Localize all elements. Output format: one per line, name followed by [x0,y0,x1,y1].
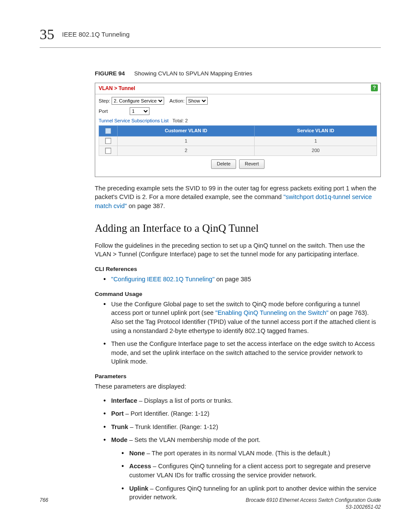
param-name: None [129,450,145,457]
list-item: Trunk – Trunk Identifier. (Range: 1-12) [103,423,381,432]
param-name: Trunk [111,423,128,430]
running-header: 35 IEEE 802.1Q Tunneling [40,24,381,48]
cell-svid: 1 [255,136,377,146]
help-icon[interactable]: ? [371,84,378,91]
action-label: Action: [169,98,184,103]
list-item: Then use the Configure Interface page to… [103,339,381,366]
cell-cvid: 2 [118,146,255,156]
port-select[interactable]: 1 [130,107,149,115]
vlan-tunnel-panel: VLAN > Tunnel ? Step: 2. Configure Servi… [95,83,381,177]
checkbox-icon [105,128,111,134]
list-item: Port – Port Identifier. (Range: 1-12) [103,409,381,418]
row-checkbox[interactable] [105,148,111,154]
body-paragraph: The preceding example sets the SVID to 9… [95,184,381,211]
param-name: Mode [111,436,128,443]
step-label: Step: [99,98,110,103]
figure-label: FIGURE 94 [95,70,125,77]
section-intro: Follow the guidelines in the preceding s… [95,241,381,259]
revert-button[interactable]: Revert [239,159,264,169]
param-desc: – Displays a list of ports or trunks. [137,397,233,404]
col-cvid: Customer VLAN ID [118,126,255,137]
panel-body: Step: 2. Configure Service Action: Show … [95,94,380,176]
action-select[interactable]: Show [186,97,208,105]
doc-id: 53-1002651-02 [246,504,381,510]
param-name: Access [129,463,151,470]
cli-ref-link[interactable]: "Configuring IEEE 802.1Q Tunneling" [111,276,215,283]
doc-title: Brocade 6910 Ethernet Access Switch Conf… [246,497,381,504]
param-desc: – Configures QinQ tunneling for a client… [129,463,371,479]
list-item: Mode – Sets the VLAN membership mode of … [103,436,381,501]
figure-caption: FIGURE 94 Showing CVLAN to SPVLAN Mappin… [95,69,381,78]
subscriptions-table: Customer VLAN ID Service VLAN ID 1 1 2 [99,125,377,156]
param-name: Port [111,410,124,417]
cli-references-heading: CLI References [95,265,381,273]
cell-svid: 200 [255,146,377,156]
page-number: 766 [40,497,48,504]
chapter-number: 35 [40,24,54,45]
parameters-intro: These parameters are displayed: [95,382,381,391]
col-select-all[interactable] [99,126,118,137]
delete-button[interactable]: Delete [211,159,236,169]
cell-cvid: 1 [118,136,255,146]
param-desc: – Port Identifier. (Range: 1-12) [124,410,209,417]
list-total: Total: 2 [172,118,187,123]
param-desc: – The port operates in its normal VLAN m… [145,450,330,457]
list-item: None – The port operates in its normal V… [121,449,381,458]
text-run: on page 385 [215,276,251,283]
param-name: Interface [111,397,137,404]
figure-caption-text: Showing CVLAN to SPVLAN Mapping Entries [134,70,252,77]
param-desc: – Sets the VLAN membership mode of the p… [128,436,261,443]
list-label: Tunnel Service Subscriptions List [99,118,168,123]
command-usage-heading: Command Usage [95,290,381,298]
list-item: Use the Configure Global page to set the… [103,300,381,335]
list-item: Interface – Displays a list of ports or … [103,396,381,405]
section-heading: Adding an Interface to a QinQ Tunnel [95,221,381,236]
panel-breadcrumb: VLAN > Tunnel [99,85,135,91]
row-checkbox[interactable] [105,138,111,144]
col-svid: Service VLAN ID [255,126,377,137]
page-footer: 766 Brocade 6910 Ethernet Access Switch … [40,497,381,510]
port-label: Port [99,109,108,114]
param-desc: – Trunk Identifier. (Range: 1-12) [128,423,218,430]
step-select[interactable]: 2. Configure Service [112,97,164,105]
text-run: on page 387. [127,202,165,209]
table-row: 1 1 [99,136,377,146]
list-item: "Configuring IEEE 802.1Q Tunneling" on p… [103,275,381,284]
panel-breadcrumb-bar: VLAN > Tunnel ? [95,83,380,94]
enabling-qinq-link[interactable]: "Enabling QinQ Tunneling on the Switch" [215,309,329,316]
list-item: Access – Configures QinQ tunneling for a… [121,462,381,479]
parameters-heading: Parameters [95,372,381,380]
param-name: Uplink [129,485,148,492]
chapter-title: IEEE 802.1Q Tunneling [62,30,130,39]
header-rule [40,47,381,48]
table-row: 2 200 [99,146,377,156]
